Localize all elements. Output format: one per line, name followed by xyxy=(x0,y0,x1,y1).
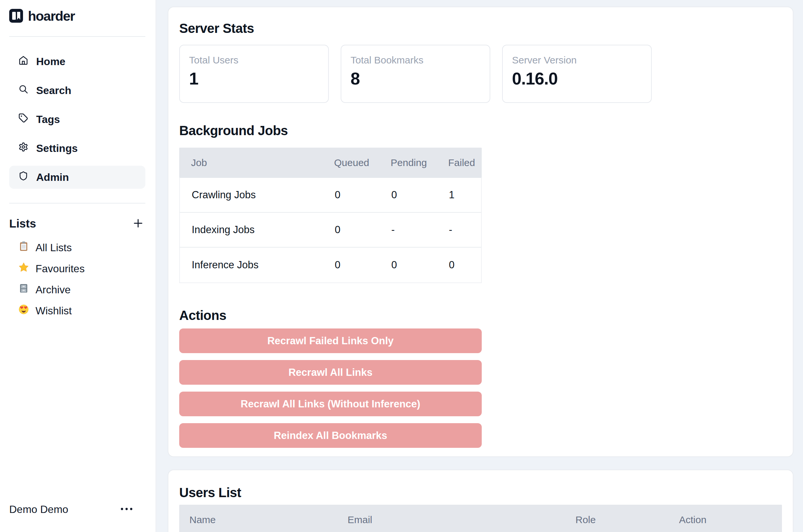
sidebar-item-label: Settings xyxy=(36,142,78,154)
failed-count: 1 xyxy=(449,189,481,201)
background-jobs-title: Background Jobs xyxy=(179,122,782,138)
app-logo[interactable]: hoarder xyxy=(9,8,75,24)
recrawl-all-links-without-inference-button[interactable]: Recrawl All Links (Without Inference) xyxy=(179,392,482,416)
recrawl-failed-links-button[interactable]: Recrawl Failed Links Only xyxy=(179,328,482,353)
job-name: Indexing Jobs xyxy=(180,224,335,236)
heart-eyes-emoji-icon xyxy=(18,304,29,317)
file-cabinet-emoji-icon xyxy=(18,283,29,296)
sidebar-nav: Home Search Tags xyxy=(9,50,145,189)
sidebar-item-label: Search xyxy=(36,84,71,97)
column-header-queued: Queued xyxy=(334,157,391,168)
stat-value: 8 xyxy=(350,69,480,89)
list-item-archive[interactable]: Archive xyxy=(9,280,145,299)
job-name: Inference Jobs xyxy=(180,259,335,271)
plus-icon xyxy=(132,217,144,230)
house-icon xyxy=(18,55,28,68)
column-header-role: Role xyxy=(575,514,679,526)
more-options-icon xyxy=(120,507,134,512)
search-icon xyxy=(18,84,28,97)
table-row-indexing-jobs: Indexing Jobs 0 - - xyxy=(180,213,481,248)
lists-nav: All Lists Favourites Archive xyxy=(9,238,145,320)
queued-count: 0 xyxy=(335,189,391,201)
failed-count: 0 xyxy=(449,259,481,271)
sidebar-item-label: Admin xyxy=(36,171,69,184)
actions-title: Actions xyxy=(179,307,782,323)
queued-count: 0 xyxy=(335,224,391,236)
stat-card-total-users: Total Users 1 xyxy=(179,45,329,103)
clipboard-emoji-icon xyxy=(18,241,29,254)
column-header-failed: Failed xyxy=(448,157,482,168)
more-options-button[interactable] xyxy=(120,507,134,512)
sidebar: hoarder Home Search xyxy=(0,0,156,532)
settings-icon xyxy=(18,142,28,154)
stat-value: 1 xyxy=(189,69,319,89)
failed-count: - xyxy=(449,224,481,236)
users-table-header: Name Email Role Action xyxy=(179,505,782,532)
actions-group: Recrawl Failed Links Only Recrawl All Li… xyxy=(179,328,782,455)
lists-title: Lists xyxy=(9,217,36,230)
list-item-label: Archive xyxy=(36,284,71,296)
pending-count: 0 xyxy=(391,189,449,201)
sidebar-item-search[interactable]: Search xyxy=(9,79,145,102)
stat-label: Total Bookmarks xyxy=(350,54,480,66)
sidebar-divider-top xyxy=(9,36,145,37)
stat-card-total-bookmarks: Total Bookmarks 8 xyxy=(341,45,490,103)
star-emoji-icon xyxy=(18,262,29,275)
job-name: Crawling Jobs xyxy=(180,189,335,201)
app-name: hoarder xyxy=(28,8,75,24)
sidebar-divider-lists xyxy=(9,203,145,204)
reindex-all-bookmarks-button[interactable]: Reindex All Bookmarks xyxy=(179,423,482,448)
list-item-label: Favourites xyxy=(36,263,84,275)
sidebar-item-label: Tags xyxy=(36,113,60,126)
sidebar-item-settings[interactable]: Settings xyxy=(9,137,145,160)
pending-count: 0 xyxy=(391,259,449,271)
users-list-title: Users List xyxy=(179,484,782,500)
background-jobs-table: Job Queued Pending Failed Crawling Jobs … xyxy=(179,148,482,283)
user-menu[interactable]: Demo Demo xyxy=(9,499,145,519)
list-item-label: Wishlist xyxy=(36,305,72,317)
jobs-table-header: Job Queued Pending Failed xyxy=(179,148,482,178)
tag-icon xyxy=(18,113,28,126)
stat-card-server-version: Server Version 0.16.0 xyxy=(502,45,652,103)
column-header-email: Email xyxy=(348,514,575,526)
stat-value: 0.16.0 xyxy=(512,69,642,89)
admin-panel-card: Server Stats Total Users 1 Total Bookmar… xyxy=(168,6,794,457)
sidebar-item-tags[interactable]: Tags xyxy=(9,108,145,131)
add-list-button[interactable] xyxy=(131,216,145,231)
recrawl-all-links-button[interactable]: Recrawl All Links xyxy=(179,360,482,385)
table-row-crawling-jobs: Crawling Jobs 0 0 1 xyxy=(180,178,481,213)
users-list-card: Users List Name Email Role Action xyxy=(168,470,794,532)
column-header-name: Name xyxy=(179,514,348,526)
column-header-job: Job xyxy=(179,157,334,168)
list-item-favourites[interactable]: Favourites xyxy=(9,259,145,278)
hoarder-logo-icon xyxy=(9,9,23,24)
list-item-all-lists[interactable]: All Lists xyxy=(9,238,145,257)
sidebar-item-label: Home xyxy=(36,56,65,68)
sidebar-item-admin[interactable]: Admin xyxy=(9,166,145,189)
server-stats-title: Server Stats xyxy=(179,20,782,36)
lists-header: Lists xyxy=(9,214,145,233)
column-header-pending: Pending xyxy=(391,157,448,168)
table-row-inference-jobs: Inference Jobs 0 0 0 xyxy=(180,248,481,282)
list-item-label: All Lists xyxy=(36,242,72,254)
stat-label: Total Users xyxy=(189,54,319,66)
shield-icon xyxy=(18,171,28,184)
user-name: Demo Demo xyxy=(9,504,69,516)
queued-count: 0 xyxy=(335,259,391,271)
column-header-action: Action xyxy=(679,514,782,526)
jobs-table-body: Crawling Jobs 0 0 1 Indexing Jobs 0 - - … xyxy=(179,178,482,283)
sidebar-item-home[interactable]: Home xyxy=(9,50,145,73)
stat-label: Server Version xyxy=(512,54,642,66)
server-stats-row: Total Users 1 Total Bookmarks 8 Server V… xyxy=(179,45,782,103)
list-item-wishlist[interactable]: Wishlist xyxy=(9,301,145,320)
pending-count: - xyxy=(391,224,449,236)
